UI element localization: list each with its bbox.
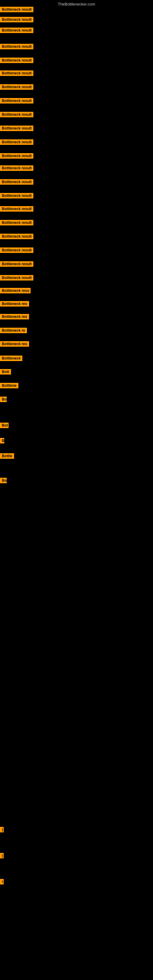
bottleneck-badge-18: Bottleneck result bbox=[0, 234, 33, 239]
bottleneck-badge-8: Bottleneck result bbox=[0, 98, 33, 103]
bottleneck-badge-37: i bbox=[0, 879, 4, 885]
bottleneck-badge-14: Bottleneck result bbox=[0, 179, 33, 185]
bottleneck-badge-20: Bottleneck result bbox=[0, 261, 33, 267]
bottleneck-badge-31: Bot bbox=[0, 423, 9, 428]
bottleneck-badge-36: | bbox=[0, 853, 4, 858]
bottleneck-badge-13: Bottleneck result bbox=[0, 165, 33, 171]
bottleneck-badge-35: | bbox=[0, 827, 4, 832]
bottleneck-badge-19: Bottleneck result bbox=[0, 247, 33, 253]
bottleneck-badge-11: Bottleneck result bbox=[0, 139, 33, 145]
bottleneck-badge-9: Bottleneck result bbox=[0, 112, 33, 117]
bottleneck-badge-15: Bottleneck result bbox=[0, 193, 33, 199]
bottleneck-badge-12: Bottleneck result bbox=[0, 153, 33, 159]
bottleneck-badge-26: Bottleneck res bbox=[0, 341, 29, 347]
bottleneck-badge-1: Bottleneck result bbox=[0, 7, 33, 12]
bottleneck-badge-3: Bottleneck result bbox=[0, 27, 33, 33]
bottleneck-badge-23: Bottleneck res bbox=[0, 301, 29, 307]
bottleneck-badge-33: Bottle bbox=[0, 453, 14, 459]
bottleneck-badge-5: Bottleneck result bbox=[0, 57, 33, 63]
bottleneck-badge-2: Bottleneck result bbox=[0, 17, 33, 22]
bottleneck-badge-17: Bottleneck result bbox=[0, 220, 33, 225]
bottleneck-badge-24: Bottleneck res bbox=[0, 314, 29, 320]
bottleneck-badge-7: Bottleneck result bbox=[0, 84, 33, 90]
bottleneck-badge-28: Bott bbox=[0, 369, 11, 375]
bottleneck-badge-32: B bbox=[0, 438, 4, 444]
bottleneck-badge-21: Bottleneck result bbox=[0, 275, 33, 280]
bottleneck-badge-34: Bo bbox=[0, 478, 7, 483]
bottleneck-badge-30: Bo bbox=[0, 396, 7, 402]
bottleneck-badge-6: Bottleneck result bbox=[0, 70, 33, 76]
bottleneck-badge-4: Bottleneck result bbox=[0, 44, 33, 49]
bottleneck-badge-16: Bottleneck result bbox=[0, 206, 33, 212]
bottleneck-badge-27: Bottleneck bbox=[0, 356, 22, 361]
bottleneck-badge-10: Bottleneck result bbox=[0, 126, 33, 131]
bottleneck-badge-25: Bottleneck re bbox=[0, 328, 27, 333]
bottleneck-badge-22: Bottleneck resu bbox=[0, 288, 30, 293]
bottleneck-badge-29: Bottlene bbox=[0, 383, 18, 388]
